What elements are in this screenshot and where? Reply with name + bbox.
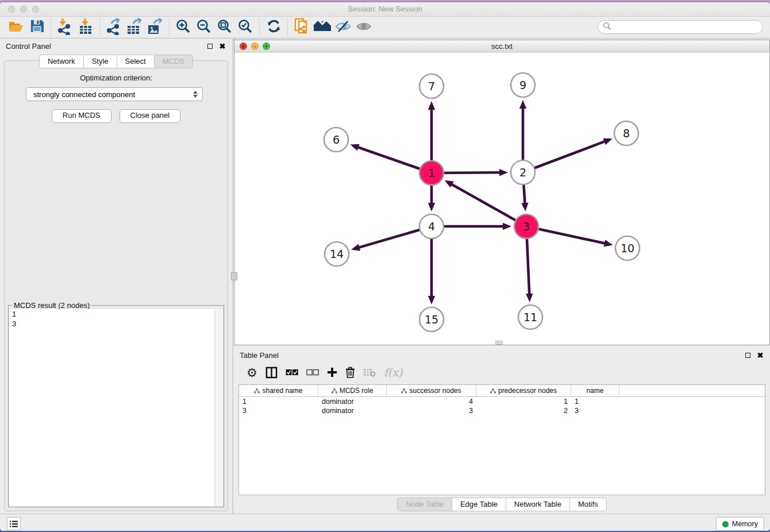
graph-node-label: 4 [428,220,435,233]
import-network-icon [57,18,73,37]
show-all-button[interactable] [353,18,374,37]
edge-arrowhead [428,101,435,110]
import-table-button[interactable] [75,18,96,37]
table-panel-title: Table Panel [240,351,279,360]
toolbar-divider [259,19,260,36]
edge-arrowhead [519,100,526,109]
save-session-button[interactable] [26,18,47,37]
function-builder-button[interactable]: f(x) [384,366,403,379]
zoom-in-button[interactable] [173,18,194,37]
edge-arrowhead [521,203,528,211]
search-input[interactable] [611,21,763,33]
import-network-button[interactable] [55,18,75,37]
graph-edge-3-1[interactable] [451,184,526,226]
table-settings-button[interactable]: ⚙ [247,367,257,379]
control-panel-tabs: NetworkStyleSelectMCDS [0,55,232,68]
table-row[interactable]: 1dominator411 [239,397,765,406]
checked-boxes-icon [286,369,298,376]
toolbar-divider [287,19,288,36]
column-header-successor-nodes[interactable]: successor nodes [387,385,476,396]
tab-select[interactable]: Select [117,55,154,68]
network-search-box[interactable] [598,20,763,34]
float-panel-button[interactable] [206,42,214,50]
run-mcds-button[interactable]: Run MCDS [52,109,111,123]
column-header-predecessor-nodes[interactable]: predecessor nodes [476,385,571,396]
criterion-select[interactable]: strongly connected component [26,87,203,101]
select-all-button[interactable] [286,369,298,376]
show-columns-button[interactable] [265,367,278,379]
tab-network-table[interactable]: Network Table [506,498,569,511]
graph-node-label: 7 [428,80,435,92]
tab-network[interactable]: Network [39,55,83,68]
clone-network-button[interactable] [291,18,312,37]
table-cell[interactable]: 1 [476,398,571,406]
graph-node-label: 15 [425,313,438,326]
window-resize-grip[interactable] [495,341,503,345]
task-history-button[interactable] [7,517,21,530]
refresh-view-button[interactable] [263,18,284,37]
delete-column-button[interactable] [345,367,355,378]
unchecked-boxes-icon [306,369,319,376]
hide-selected-button[interactable] [333,18,353,37]
close-mcds-panel-button[interactable]: Close panel [120,109,181,123]
result-scrollbar[interactable] [214,309,223,506]
table-cell[interactable]: 2 [476,407,571,415]
trash-icon [345,367,355,378]
column-tree-icon [490,388,496,394]
table-cell[interactable]: 4 [387,398,476,406]
table-row[interactable]: 3dominator323 [239,406,765,415]
result-line: 3 [9,319,223,329]
column-header-name[interactable]: name [571,385,619,396]
eye-icon [356,20,372,35]
main-title-bar: Session: New Session [0,2,770,17]
table-cell[interactable]: 1 [239,398,318,406]
graph-node-label: 10 [621,242,634,255]
export-network-button[interactable] [103,18,124,37]
export-image-button[interactable] [145,18,165,37]
table-cell[interactable]: dominator [318,398,387,406]
float-table-panel-button[interactable] [744,351,752,359]
node-table[interactable]: shared nameMCDS rolesuccessor nodesprede… [238,384,765,495]
close-panel-button[interactable]: ✖ [218,42,226,50]
network-canvas[interactable]: 7968124314101511 [234,53,769,345]
add-column-button[interactable] [327,367,337,377]
table-cell[interactable]: 3 [239,407,318,415]
columns-icon [265,367,278,379]
export-table-button[interactable] [124,18,145,37]
zoom-in-icon [176,19,191,36]
table-cell[interactable]: dominator [318,407,387,415]
open-session-button[interactable] [6,18,26,37]
close-icon: ✖ [220,43,226,50]
deselect-all-button[interactable] [306,369,319,376]
tab-mcds[interactable]: MCDS [154,55,193,68]
zoom-selected-icon [238,19,253,36]
control-panel: Control Panel ✖ NetworkStyleSelectMCDS O… [0,38,232,514]
tab-edge-table[interactable]: Edge Table [452,498,506,511]
home-button[interactable] [312,18,333,37]
column-header-shared-name[interactable]: shared name [239,385,318,396]
graph-node-label: 1 [428,167,435,179]
close-table-panel-button[interactable]: ✖ [756,351,764,359]
table-cell[interactable]: 1 [571,398,619,406]
zoom-selected-button[interactable] [235,18,256,37]
splitter-grip[interactable] [231,272,237,280]
memory-button[interactable]: Memory [716,517,764,531]
edge-arrowhead [604,240,613,246]
graph-node-label: 9 [519,79,526,91]
column-label: name [586,387,603,395]
table-cell[interactable]: 3 [571,407,619,415]
export-network-icon [106,18,122,37]
search-icon [603,22,611,33]
graph-edge-2-8[interactable] [523,141,606,172]
tab-node-table[interactable]: Node Table [397,498,452,511]
delete-table-button[interactable] [363,368,376,377]
table-cell[interactable]: 3 [387,407,476,415]
plus-icon [327,367,337,377]
column-header-MCDS-role[interactable]: MCDS role [318,385,387,396]
zoom-out-button[interactable] [194,18,214,37]
zoom-fit-button[interactable] [214,18,235,37]
tab-style[interactable]: Style [83,55,117,68]
mcds-result-list[interactable]: 13 [9,309,223,506]
save-floppy-icon [30,20,44,35]
tab-motifs[interactable]: Motifs [569,498,607,511]
